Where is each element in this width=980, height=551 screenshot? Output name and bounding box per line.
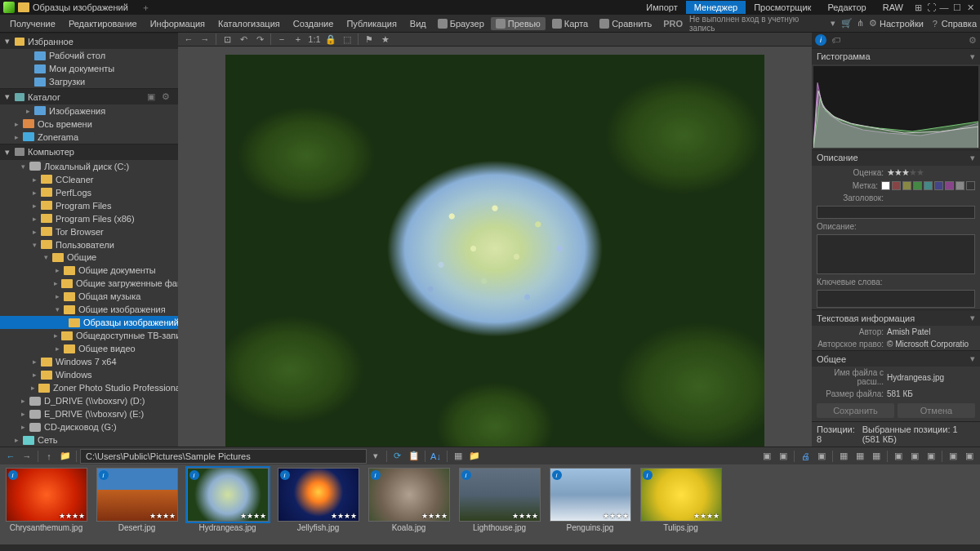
zoom-fit-icon[interactable]: ⬚ bbox=[340, 33, 354, 46]
menu-item[interactable]: Получение bbox=[3, 16, 62, 31]
folder-icon[interactable]: 📁 bbox=[58, 450, 73, 463]
nav-forward-icon[interactable]: → bbox=[20, 450, 34, 463]
thumbnail[interactable]: i★★★★Tulips.jpg bbox=[638, 468, 724, 541]
description-input[interactable] bbox=[817, 234, 975, 273]
zoom-100-icon[interactable]: 1:1 bbox=[307, 33, 322, 46]
tool-icon[interactable]: ▣ bbox=[962, 450, 977, 463]
rotate-left-icon[interactable]: ↶ bbox=[236, 33, 251, 46]
menu-item[interactable]: Каталогизация bbox=[212, 16, 287, 31]
tree-item[interactable]: ▸Program Files (x86) bbox=[0, 212, 178, 225]
tree-item[interactable]: ▸Изображения bbox=[0, 104, 178, 118]
settings-link[interactable]: Настройки bbox=[880, 19, 924, 29]
tree-item[interactable]: ▸Общее видео bbox=[0, 342, 178, 355]
gear-icon[interactable]: ⚙ bbox=[866, 18, 880, 29]
info-tab-icon[interactable]: i bbox=[815, 34, 826, 46]
tree-item[interactable]: ▸Zoner Photo Studio Professional 1... bbox=[0, 381, 178, 394]
thumbnail[interactable]: i★★★★Jellyfish.jpg bbox=[275, 468, 361, 541]
tree-item[interactable]: ▸Windows bbox=[0, 368, 178, 381]
catalog-add-icon[interactable]: ▣ bbox=[147, 91, 158, 102]
tree-item[interactable]: ▸Windows 7 x64 bbox=[0, 355, 178, 368]
viewmode-browser[interactable]: Браузер bbox=[433, 17, 489, 30]
path-input[interactable] bbox=[80, 449, 367, 464]
sort-icon[interactable]: A↓ bbox=[429, 450, 443, 463]
tree-item[interactable]: ▸Общедоступные ТВ-записи bbox=[0, 329, 178, 342]
tree-item-disk[interactable]: ▾Локальный диск (C:) bbox=[0, 160, 178, 173]
menu-item[interactable]: Редактирование bbox=[62, 16, 144, 31]
view-icon[interactable]: 📁 bbox=[467, 450, 482, 463]
tool-icon[interactable]: ▣ bbox=[924, 450, 938, 463]
paste-icon[interactable]: 📋 bbox=[407, 450, 421, 463]
login-status[interactable]: Не выполнен вход в учетную запись bbox=[689, 15, 826, 33]
tree-item[interactable]: ▸Tor Browser bbox=[0, 225, 178, 238]
section-histogram[interactable]: Гистограмма▾ bbox=[812, 48, 980, 64]
tool-icon[interactable]: ▦ bbox=[836, 450, 851, 463]
tool-icon[interactable]: ▣ bbox=[814, 450, 829, 463]
tree-item[interactable]: ▾Общие bbox=[0, 251, 178, 264]
color-labels[interactable] bbox=[881, 181, 975, 190]
tree-item[interactable]: ▸Общие загруженные файлы bbox=[0, 277, 178, 290]
tree-item[interactable]: ▸PerfLogs bbox=[0, 186, 178, 199]
catalog-gear-icon[interactable]: ⚙ bbox=[162, 91, 173, 102]
module-tab[interactable]: Импорт bbox=[638, 1, 685, 14]
tree-item[interactable]: ▾Пользователи bbox=[0, 238, 178, 251]
author-value[interactable]: Amish Patel bbox=[887, 327, 975, 336]
chevron-down-icon[interactable]: ▾ bbox=[831, 18, 835, 29]
thumbnail[interactable]: i★★★★Desert.jpg bbox=[94, 468, 180, 541]
tree-section-catalog[interactable]: ▾Каталог▣⚙ bbox=[0, 88, 178, 104]
viewmode-compare[interactable]: Сравнить bbox=[595, 17, 657, 30]
fullscreen-icon[interactable]: ⛶ bbox=[924, 2, 938, 12]
tag-tab-icon[interactable]: 🏷 bbox=[831, 35, 840, 45]
thumbnail[interactable]: i★★★★Hydrangeas.jpg bbox=[185, 468, 270, 541]
thumbnail[interactable]: i★★★★Chrysanthemum.jpg bbox=[3, 468, 89, 541]
flag-icon[interactable]: ⚑ bbox=[362, 33, 376, 46]
rating-stars[interactable]: ★★★★★ bbox=[887, 167, 924, 178]
nav-forward-icon[interactable]: → bbox=[198, 33, 212, 46]
maximize-icon[interactable]: ☐ bbox=[951, 2, 964, 13]
nav-up-icon[interactable]: ↑ bbox=[42, 450, 56, 463]
thumbnail[interactable]: i★★★★Koala.jpg bbox=[366, 468, 452, 541]
tree-item-drive[interactable]: ▸D_DRIVE (\\vboxsrv) (D:) bbox=[0, 394, 178, 407]
section-general[interactable]: Общее▾ bbox=[812, 350, 980, 367]
tree-item-network[interactable]: ▸Сеть bbox=[0, 433, 178, 447]
rss-icon[interactable]: ⋔ bbox=[853, 18, 866, 29]
title-input[interactable] bbox=[817, 206, 975, 220]
menu-item[interactable]: Публикация bbox=[340, 16, 403, 31]
tree-section-computer[interactable]: ▾Компьютер bbox=[0, 144, 178, 160]
tool-icon[interactable]: ▣ bbox=[776, 450, 791, 463]
cart-icon[interactable]: 🛒 bbox=[840, 18, 853, 29]
filter-icon[interactable]: ▦ bbox=[451, 450, 466, 463]
zoom-out-icon[interactable]: − bbox=[274, 33, 289, 46]
keywords-input[interactable] bbox=[817, 290, 975, 308]
nav-back-icon[interactable]: ← bbox=[181, 33, 196, 46]
path-dropdown-icon[interactable]: ▾ bbox=[368, 450, 383, 463]
minimize-icon[interactable]: — bbox=[938, 2, 951, 12]
module-tab[interactable]: Редактор bbox=[819, 1, 874, 14]
star-icon[interactable]: ★ bbox=[378, 33, 393, 46]
thumbnail[interactable]: i★★★★Penguins.jpg bbox=[547, 468, 633, 541]
refresh-icon[interactable]: ⟳ bbox=[390, 450, 405, 463]
tree-item[interactable]: ▸CCleaner bbox=[0, 173, 178, 186]
tool-icon[interactable]: ▣ bbox=[760, 450, 774, 463]
tree-item[interactable]: Мои документы bbox=[0, 62, 178, 75]
close-icon[interactable]: ✕ bbox=[964, 2, 977, 13]
panel-gear-icon[interactable]: ⚙ bbox=[969, 35, 977, 46]
tree-item[interactable]: ▸Общая музыка bbox=[0, 290, 178, 303]
tree-item[interactable]: Рабочий стол bbox=[0, 49, 178, 62]
tree-item-drive[interactable]: ▸E_DRIVE (\\vboxsrv) (E:) bbox=[0, 407, 178, 420]
tree-item-zonerama[interactable]: ▸Zonerama bbox=[0, 131, 178, 144]
thumbnail[interactable]: i★★★★Lighthouse.jpg bbox=[457, 468, 542, 541]
print-icon[interactable]: 🖨 bbox=[798, 450, 813, 463]
tree-item[interactable]: ▸Общие документы bbox=[0, 264, 178, 277]
tree-item-drive[interactable]: ▸CD-дисковод (G:) bbox=[0, 420, 178, 433]
menu-item[interactable]: Информация bbox=[144, 16, 212, 31]
zoom-lock-icon[interactable]: 🔒 bbox=[323, 33, 338, 46]
tool-icon[interactable]: ▣ bbox=[907, 450, 922, 463]
new-tab-button[interactable]: ＋ bbox=[141, 2, 150, 14]
section-textinfo[interactable]: Текстовая информация▾ bbox=[812, 309, 980, 326]
tool-icon[interactable]: ▣ bbox=[891, 450, 906, 463]
help-icon[interactable]: ? bbox=[929, 19, 942, 29]
save-button[interactable]: Сохранить bbox=[817, 403, 894, 418]
module-tab[interactable]: RAW bbox=[875, 1, 911, 14]
tree-item[interactable]: ▾Общие изображения bbox=[0, 303, 178, 316]
zoom-in-icon[interactable]: + bbox=[291, 33, 305, 46]
